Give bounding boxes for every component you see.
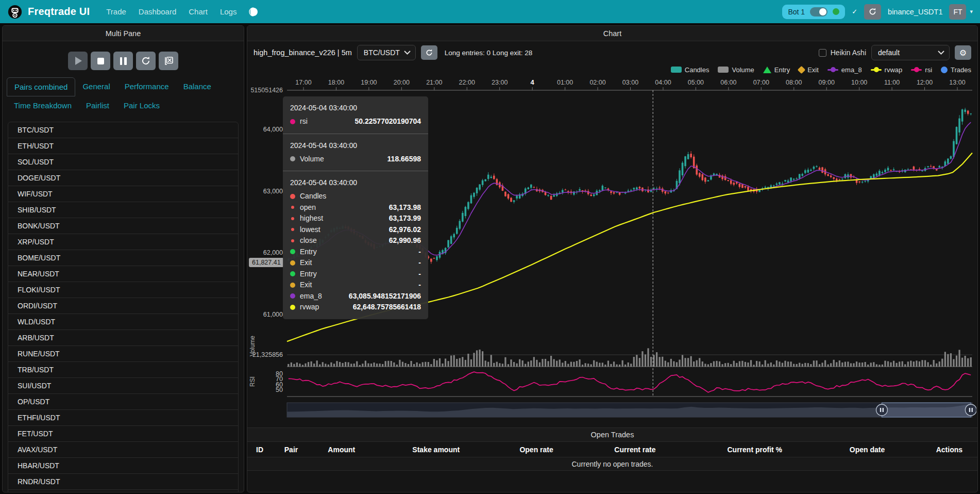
legend-item-volume[interactable]: Volume — [718, 66, 754, 74]
nav-item-dashboard[interactable]: Dashboard — [139, 7, 176, 16]
chart-panel: Chart high_frog_binance_v226 | 5m BTC/US… — [247, 25, 978, 492]
svg-text:20:00: 20:00 — [394, 79, 410, 86]
tab-balance[interactable]: Balance — [176, 77, 218, 96]
legend-label: Trades — [951, 66, 971, 74]
tooltip-label: lowest — [300, 224, 320, 236]
tooltip-row-volume: Volume118.66598 — [290, 154, 421, 165]
svg-text:13:00: 13:00 — [949, 79, 965, 86]
pair-item-ar[interactable]: AR/USDT — [8, 490, 238, 492]
legend-item-exit[interactable]: Exit — [799, 66, 819, 74]
nav-item-logs[interactable]: Logs — [220, 7, 237, 16]
legend-item-candles[interactable]: Candles — [671, 66, 709, 74]
multi-pane-title: Multi Pane — [3, 26, 244, 41]
pair-item-trb[interactable]: TRB/USDT — [8, 362, 238, 378]
tab-pairs-combined[interactable]: Pairs combined — [7, 77, 75, 96]
tab-performance[interactable]: Performance — [117, 77, 176, 96]
volume-dot-icon — [290, 156, 295, 161]
tooltip-value: - — [418, 279, 421, 291]
entry-dot-icon — [290, 271, 295, 276]
pause-button[interactable] — [113, 52, 133, 70]
user-avatar[interactable]: FT — [949, 4, 966, 20]
volume-series: 21,325856Volume — [249, 336, 972, 367]
nav-item-chart[interactable]: Chart — [189, 7, 208, 16]
plot-controls — [3, 41, 244, 77]
pair-item-shib[interactable]: SHIB/USDT — [8, 202, 238, 218]
pair-item-sol[interactable]: SOL/USDT — [8, 154, 238, 170]
legend-item-trades[interactable]: Trades — [941, 66, 971, 74]
navigator[interactable] — [287, 403, 976, 417]
pair-item-doge[interactable]: DOGE/USDT — [8, 170, 238, 186]
pair-item-fet[interactable]: FET/USDT — [8, 426, 238, 442]
legend-item-rsi[interactable]: rsi — [911, 66, 932, 74]
theme-toggle-icon[interactable] — [249, 7, 258, 17]
plot-settings-button[interactable]: ⚙ — [955, 45, 971, 60]
trades-marker-icon — [941, 67, 948, 73]
pair-item-xrp[interactable]: XRP/USDT — [8, 234, 238, 250]
tooltip-label: highest — [300, 213, 323, 224]
plot-config-select[interactable]: default — [871, 45, 950, 60]
clear-chart-button[interactable] — [159, 52, 178, 70]
column-header-current-rate: Current rate — [573, 446, 696, 454]
pair-item-bonk[interactable]: BONK/USDT — [8, 218, 238, 234]
chevron-down-icon — [404, 51, 411, 55]
pair-item-near[interactable]: NEAR/USDT — [8, 266, 238, 282]
pair-item-sui[interactable]: SUI/USDT — [8, 378, 238, 394]
bot-selector[interactable]: Bot 1 — [782, 5, 845, 19]
tooltip-value: - — [418, 246, 421, 258]
tab-pair-locks[interactable]: Pair Locks — [116, 96, 167, 114]
column-header-pair: Pair — [272, 446, 310, 454]
navigator-selected-window[interactable] — [882, 403, 971, 417]
legend-label: Exit — [807, 66, 819, 74]
avatar-caret-icon[interactable]: ▾ — [970, 8, 973, 15]
legend-item-rvwap[interactable]: rvwap — [871, 66, 903, 74]
pair-item-hbar[interactable]: HBAR/USDT — [8, 458, 238, 474]
pair-item-avax[interactable]: AVAX/USDT — [8, 442, 238, 458]
pair-item-ordi[interactable]: ORDI/USDT — [8, 298, 238, 314]
stop-icon — [97, 58, 104, 64]
svg-text:11:00: 11:00 — [884, 79, 900, 86]
legend-label: Volume — [732, 66, 754, 74]
pair-select[interactable]: BTC/USDT — [357, 45, 416, 60]
pair-item-arb[interactable]: ARB/USDT — [8, 330, 238, 346]
chart-panel-title: Chart — [247, 26, 977, 41]
navigator-handle[interactable] — [965, 404, 976, 416]
tab-pairlist[interactable]: Pairlist — [79, 96, 116, 114]
pair-item-rune[interactable]: RUNE/USDT — [8, 346, 238, 362]
pair-item-eth[interactable]: ETH/USDT — [8, 138, 238, 154]
reload-bot-button[interactable] — [864, 4, 881, 20]
legend-label: rvwap — [885, 66, 903, 74]
svg-text:17:00: 17:00 — [295, 79, 311, 86]
chart-legend: CandlesVolumeEntryExitema_8rvwaprsiTrade… — [247, 64, 977, 75]
legend-item-ema_8[interactable]: ema_8 — [827, 66, 862, 74]
tooltip-row-ema_8: ema_863,085.948152171906 — [290, 291, 421, 302]
heikin-ashi-checkbox[interactable] — [819, 49, 826, 57]
price-axis: 64,00063,00062,00061,000 — [263, 126, 283, 318]
tab-time-breakdown[interactable]: Time Breakdown — [7, 96, 79, 114]
svg-text:21,325856: 21,325856 — [252, 351, 283, 358]
stop-button[interactable] — [91, 52, 110, 70]
pair-item-op[interactable]: OP/USDT — [8, 394, 238, 410]
pair-item-rndr[interactable]: RNDR/USDT — [8, 474, 238, 490]
pair-item-wld[interactable]: WLD/USDT — [8, 314, 238, 330]
tooltip-row-close: close62,990.96 — [290, 235, 421, 246]
pair-item-wif[interactable]: WIF/USDT — [8, 186, 238, 202]
bot-toggle[interactable] — [810, 7, 827, 17]
pair-item-floki[interactable]: FLOKI/USDT — [8, 282, 238, 298]
check-icon: ✓ — [852, 8, 857, 15]
pair-item-bome[interactable]: BOME/USDT — [8, 250, 238, 266]
entry-marker-icon — [763, 67, 771, 73]
legend-item-entry[interactable]: Entry — [763, 66, 790, 74]
nav-item-trade[interactable]: Trade — [106, 7, 126, 16]
bot-toggle-knob — [819, 8, 826, 15]
tab-general[interactable]: General — [75, 77, 117, 96]
svg-text:23:00: 23:00 — [492, 79, 508, 86]
refresh-chart-button[interactable] — [421, 45, 437, 60]
play-button[interactable] — [68, 52, 88, 70]
pair-item-ethfi[interactable]: ETHFI/USDT — [8, 410, 238, 426]
svg-text:02:00: 02:00 — [589, 79, 605, 86]
navbar-right-cluster: Bot 1 ✓ binance_USDT1 FT ▾ — [782, 4, 973, 20]
pair-item-btc[interactable]: BTC/USDT — [8, 122, 238, 138]
navigator-handle[interactable] — [876, 404, 887, 416]
reload-button[interactable] — [136, 52, 156, 70]
freqtrade-logo-icon — [7, 4, 23, 20]
